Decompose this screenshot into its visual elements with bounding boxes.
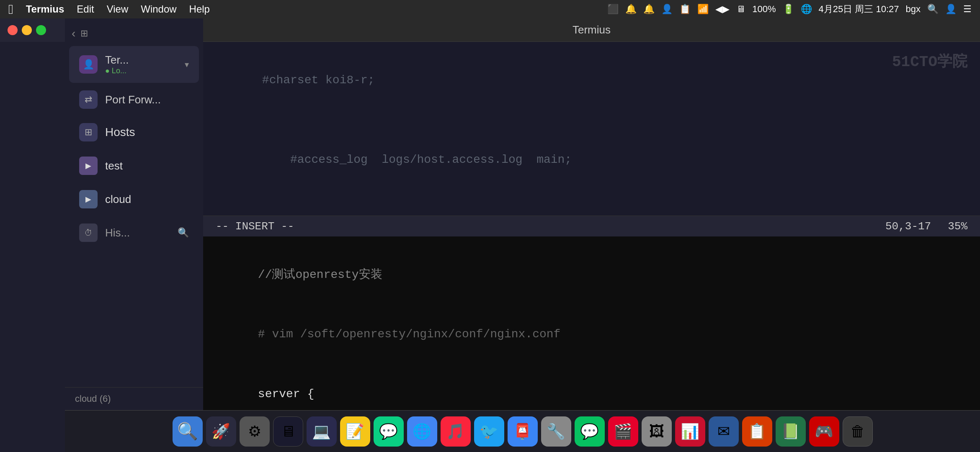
menubar-screen-icon: ⬛ xyxy=(607,4,619,15)
current-conn-name: Ter... xyxy=(105,54,129,67)
port-forward-icon: ⇄ xyxy=(85,94,92,105)
traffic-light-green[interactable] xyxy=(36,25,46,35)
sidebar: ‹ ⊞ 👤 Ter... ● Lo... ▾ ⇄ Port Forw... ⊞ … xyxy=(65,18,203,410)
dock-icon-music[interactable]: 🎵 xyxy=(441,416,471,447)
sidebar-item-test[interactable]: ▶ test xyxy=(69,150,199,182)
dock-icon-mail[interactable]: 📮 xyxy=(508,416,538,447)
menubar-bell2-icon[interactable]: 🔔 xyxy=(643,4,655,15)
dock-icon-game[interactable]: 🎮 xyxy=(809,416,839,447)
sidebar-item-cloud[interactable]: ▶ cloud xyxy=(69,183,199,215)
menu-edit[interactable]: Edit xyxy=(77,3,94,15)
menubar-wifi-icon[interactable]: 📶 xyxy=(697,4,709,15)
dock-icon-office3[interactable]: 📋 xyxy=(742,416,772,447)
dock-icon-video[interactable]: 🎬 xyxy=(608,416,638,447)
history-label: His... xyxy=(105,226,130,239)
dock-icon-browser[interactable]: 🌐 xyxy=(407,416,437,447)
menubar-bell-icon[interactable]: 🔔 xyxy=(625,4,637,15)
menubar-user-icon[interactable]: 👤 xyxy=(661,4,673,15)
cloud-session-label: cloud xyxy=(105,193,131,206)
editor-area[interactable]: 51CTO学院 #charset koi8-r; #access_log log… xyxy=(203,42,980,216)
apple-menu[interactable]:  xyxy=(8,2,13,17)
terminal-area[interactable]: //测试openresty安装 # vim /soft/openresty/ng… xyxy=(203,236,980,410)
history-search-icon[interactable]: 🔍 xyxy=(178,227,189,238)
status-bar: -- INSERT -- 50,3-17 35% xyxy=(203,216,980,236)
dock-icon-trash[interactable]: 🗑 xyxy=(843,416,873,447)
test-session-label: test xyxy=(105,159,123,172)
menubar-datetime: 4月25日 周三 10:27 xyxy=(819,3,899,15)
menubar:  Termius Edit View Window Help ⬛ 🔔 🔔 👤 … xyxy=(0,0,980,18)
menubar-hamburger-icon[interactable]: ☰ xyxy=(963,4,972,15)
dock-icon-launchpad[interactable]: 🚀 xyxy=(206,416,236,447)
sidebar-topnav: ‹ ⊞ xyxy=(65,22,203,45)
current-conn-icon: 👤 xyxy=(83,59,94,70)
menubar-display-icon[interactable]: 🖥 xyxy=(736,4,745,15)
menu-view[interactable]: View xyxy=(107,3,129,15)
menubar-copy-icon: 📋 xyxy=(679,4,691,15)
dock-icon-office1[interactable]: 📊 xyxy=(675,416,705,447)
dock-icon-system[interactable]: ⚙ xyxy=(240,416,270,447)
dock-icon-chat1[interactable]: 💬 xyxy=(374,416,404,447)
term-line-1: //测试openresty安装 xyxy=(216,245,967,305)
menubar-battery-pct: 100% xyxy=(752,4,776,15)
menu-window[interactable]: Window xyxy=(141,3,176,15)
menubar-lang-icon[interactable]: 🌐 xyxy=(801,4,812,15)
traffic-lights-bar xyxy=(0,18,65,42)
dock-icon-twitter[interactable]: 🐦 xyxy=(474,416,504,447)
sidebar-grid-icon[interactable]: ⊞ xyxy=(80,28,88,39)
sidebar-item-port-forward[interactable]: ⇄ Port Forw... xyxy=(69,85,199,115)
term-line-3: server { xyxy=(216,365,967,410)
main-window: Termius 51CTO学院 #charset koi8-r; #access… xyxy=(203,18,980,410)
dock-icon-chat2[interactable]: 💬 xyxy=(575,416,605,447)
port-forward-label: Port Forw... xyxy=(105,93,161,106)
code-line-3: #access_log logs/host.access.log main; xyxy=(220,130,963,190)
sidebar-footer: cloud (6) xyxy=(65,387,203,410)
menubar-username: bgx xyxy=(906,4,921,15)
sidebar-back-button[interactable]: ‹ xyxy=(72,27,75,40)
dock-icon-office4[interactable]: 📗 xyxy=(776,416,806,447)
term-line-2: # vim /soft/openresty/nginx/conf/nginx.c… xyxy=(216,305,967,365)
dock-icon-pc[interactable]: 💻 xyxy=(307,416,337,447)
dock-icon-photos[interactable]: 🖼 xyxy=(642,416,672,447)
menubar-battery-icon: 🔋 xyxy=(783,4,794,15)
history-icon: ⏱ xyxy=(84,228,93,238)
dock-icon-finder[interactable]: 🔍 xyxy=(173,416,203,447)
sidebar-item-history[interactable]: ⏱ His... 🔍 xyxy=(69,217,199,249)
left-panel xyxy=(0,18,65,452)
current-conn-sub: ● Lo... xyxy=(105,67,129,75)
code-line-5: location / { xyxy=(220,210,963,216)
dock-icon-terminal[interactable]: 🖥 xyxy=(273,416,303,447)
current-conn-dropdown[interactable]: ▾ xyxy=(185,59,189,69)
menubar-nav-icon[interactable]: ◀▶ xyxy=(715,4,730,15)
menubar-account-icon[interactable]: 👤 xyxy=(945,4,957,15)
sidebar-item-current[interactable]: 👤 Ter... ● Lo... ▾ xyxy=(69,46,199,83)
test-session-icon: ▶ xyxy=(85,161,91,170)
cloud-session-icon: ▶ xyxy=(85,195,91,204)
traffic-light-yellow[interactable] xyxy=(22,25,32,35)
window-title: Termius xyxy=(573,23,611,36)
hosts-label: Hosts xyxy=(105,126,135,139)
dock-icon-notes[interactable]: 📝 xyxy=(340,416,370,447)
traffic-light-red[interactable] xyxy=(8,25,18,35)
dock-icon-office2[interactable]: ✉ xyxy=(709,416,739,447)
dock: 🔍 🚀 ⚙ 🖥 💻 📝 💬 🌐 🎵 🐦 📮 🔧 💬 🎬 🖼 📊 ✉ 📋 📗 🎮 … xyxy=(65,410,980,452)
status-mode: -- INSERT -- xyxy=(216,220,294,233)
dock-icon-tools[interactable]: 🔧 xyxy=(541,416,571,447)
window-titlebar: Termius xyxy=(203,18,980,42)
status-position: 50,3-17 xyxy=(885,220,931,233)
code-line-4 xyxy=(220,190,963,210)
sidebar-footer-label: cloud (6) xyxy=(75,393,111,404)
hosts-icon: ⊞ xyxy=(85,127,92,138)
menu-help[interactable]: Help xyxy=(189,3,210,15)
status-percent: 35% xyxy=(948,220,967,233)
code-line-1: #charset koi8-r; xyxy=(220,50,963,110)
code-line-2 xyxy=(220,110,963,130)
sidebar-item-hosts[interactable]: ⊞ Hosts xyxy=(69,116,199,148)
app-name[interactable]: Termius xyxy=(26,3,64,15)
menubar-search-icon[interactable]: 🔍 xyxy=(927,4,939,15)
